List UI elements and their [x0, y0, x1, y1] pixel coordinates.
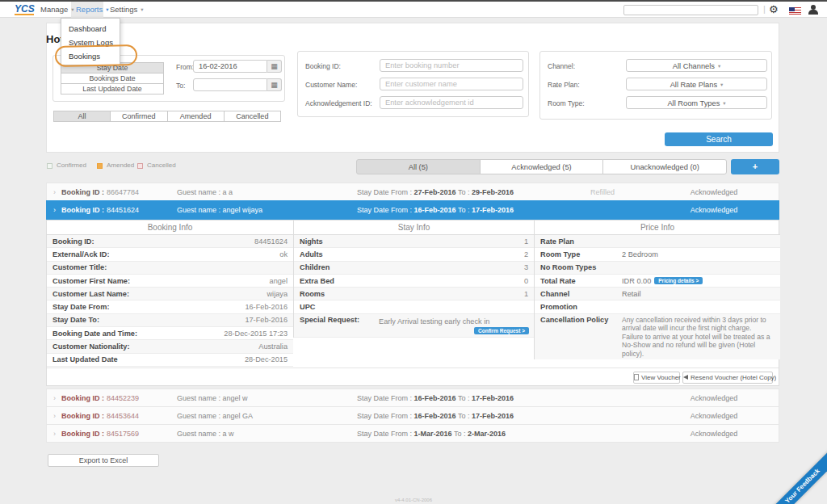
send-icon	[683, 375, 688, 380]
legend-amended-swatch	[97, 163, 103, 169]
legend-confirmed-label: Confirmed	[57, 162, 86, 169]
legend-cancelled-swatch	[137, 163, 143, 169]
legend-confirmed-swatch	[47, 163, 52, 169]
channel-select[interactable]: All Channels▾	[626, 59, 767, 72]
row-status: Acknowledged	[665, 183, 762, 201]
row-status: Acknowledged	[665, 201, 762, 219]
acknowledge-tabs: All (5) Acknowledged (5) Unacknowledged …	[356, 159, 727, 174]
tab-all-count[interactable]: All (5)	[356, 159, 481, 174]
row-status: Acknowledged	[665, 407, 762, 425]
stay-info-column: Stay Info Nights1 Adults2 Children3 Extr…	[293, 220, 534, 338]
tab-cancelled[interactable]: Cancelled	[224, 111, 281, 122]
nav-search-input[interactable]	[623, 5, 758, 15]
nav-manage[interactable]: Manage▾	[40, 5, 74, 14]
booking-row[interactable]: › Booking ID :86647784 Guest name : a a …	[46, 183, 779, 201]
chevron-down-icon: ▾	[71, 6, 73, 12]
legend-amended-label: Amended	[107, 162, 134, 169]
legend-cancelled-label: Cancelled	[147, 162, 176, 169]
chevron-down-icon: ▾	[720, 82, 723, 87]
channel-label: Channel:	[548, 62, 575, 70]
stay-info-title: Stay Info	[294, 220, 534, 235]
tab-unacknowledged[interactable]: Unacknowledged (0)	[602, 159, 727, 174]
room-type-select[interactable]: All Room Types▾	[626, 96, 767, 109]
from-label: From:	[176, 63, 194, 71]
chevron-right-icon: ›	[53, 389, 56, 407]
booking-row[interactable]: › Booking ID :84452239 Guest name : ange…	[46, 388, 779, 407]
chevron-down-icon: ▾	[718, 63, 720, 69]
chevron-right-icon: ›	[53, 201, 56, 219]
menu-item-dashboard[interactable]: Dashboard	[61, 22, 120, 36]
ycs-logo-underline	[15, 14, 34, 15]
date-type-last-updated-button[interactable]: Last Updated Date	[61, 83, 164, 94]
feedback-ribbon[interactable]: Your Feedback	[763, 447, 827, 504]
from-date-input[interactable]: 16-02-2016	[193, 60, 267, 73]
version-text: v4-4.01-CN-2006	[333, 498, 494, 502]
to-label: To:	[176, 82, 185, 90]
tab-all[interactable]: All	[53, 111, 111, 122]
status-tabs: All Confirmed Amended Cancelled	[53, 111, 281, 122]
row-status: Acknowledged	[665, 425, 762, 443]
customer-name-label: Customer Name:	[305, 81, 357, 89]
customer-name-input[interactable]: Enter customer name	[380, 78, 523, 90]
date-type-bookings-date-button[interactable]: Bookings Date	[61, 73, 164, 84]
booking-info-title: Booking Info	[47, 220, 293, 235]
special-request-row: Special Request: Early Arrival testing e…	[294, 314, 534, 338]
nav-reports[interactable]: Reports▾	[76, 5, 109, 14]
row-note: Refilled	[554, 183, 651, 201]
booking-detail-panel: Booking Info Booking ID:84451624 Externa…	[46, 220, 779, 386]
ycs-logo[interactable]: YCS	[15, 3, 35, 15]
resend-voucher-button[interactable]: Resend Voucher (Hotel Copy)	[682, 372, 773, 384]
cancellation-policy-row: Cancellation Policy Any cancellation rec…	[535, 314, 780, 360]
rate-plan-select[interactable]: All Rate Plans▾	[626, 78, 767, 90]
tab-acknowledged[interactable]: Acknowledged (5)	[480, 159, 604, 174]
booking-id-label: Booking ID:	[305, 62, 341, 70]
booking-row[interactable]: › Booking ID :84453644 Guest name : ange…	[46, 406, 779, 425]
price-info-title: Price Info	[535, 220, 780, 235]
booking-id-input[interactable]: Enter booking number	[380, 59, 523, 72]
acknowledgement-id-label: Acknowledgement ID:	[305, 99, 372, 107]
row-status: Acknowledged	[665, 389, 762, 407]
nav-settings[interactable]: Settings▾	[110, 5, 144, 14]
user-icon-body[interactable]	[808, 10, 818, 15]
pricing-details-button[interactable]: Pricing details >	[654, 277, 703, 284]
from-calendar-button[interactable]: ▦	[267, 60, 282, 73]
booking-row-selected[interactable]: › Booking ID :84451624 Guest name : ange…	[46, 200, 779, 220]
document-icon	[634, 374, 639, 380]
language-flag-icon[interactable]	[789, 7, 801, 15]
rate-plan-label: Rate Plan:	[548, 81, 580, 89]
add-button[interactable]: +	[731, 159, 779, 174]
chevron-right-icon: ›	[53, 183, 56, 201]
booking-row[interactable]: › Booking ID :84517569 Guest name : a w …	[46, 424, 779, 443]
confirm-request-button[interactable]: Confirm Request >	[474, 327, 529, 334]
price-info-column: Price Info Rate Plan Room Type2 Bedroom …	[534, 220, 780, 359]
room-type-label: Room Type:	[548, 99, 585, 107]
chevron-right-icon: ›	[53, 425, 56, 443]
gear-icon[interactable]: ⚙	[769, 3, 779, 15]
to-calendar-button[interactable]: ▦	[267, 78, 282, 91]
tab-confirmed[interactable]: Confirmed	[110, 111, 167, 122]
chevron-right-icon: ›	[53, 407, 56, 425]
chevron-down-icon: ▾	[723, 100, 725, 106]
view-voucher-button[interactable]: View Voucher	[633, 372, 680, 384]
bookings-highlight-annotation	[55, 44, 137, 67]
search-button[interactable]: Search	[665, 132, 773, 146]
voucher-footer: View Voucher Resend Voucher (Hotel Copy)	[47, 368, 779, 385]
nav-separator: |	[763, 4, 766, 14]
to-date-input[interactable]	[193, 78, 267, 91]
export-to-excel-button[interactable]: Export to Excel	[48, 454, 159, 467]
acknowledgement-id-input[interactable]: Enter acknowledgement id	[380, 96, 523, 109]
chevron-down-icon: ▾	[106, 6, 108, 12]
booking-info-column: Booking Info Booking ID:84451624 Externa…	[47, 220, 293, 367]
chevron-down-icon: ▾	[141, 6, 143, 12]
tab-amended[interactable]: Amended	[167, 111, 225, 122]
